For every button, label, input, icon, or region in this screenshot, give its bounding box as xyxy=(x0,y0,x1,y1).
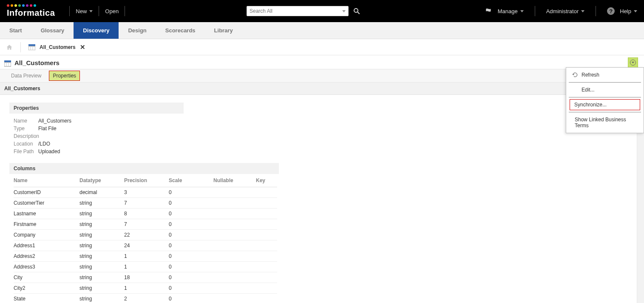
divider xyxy=(569,97,641,97)
cell: decimal xyxy=(79,187,124,198)
cell xyxy=(213,187,256,198)
logo-text: Informatica xyxy=(7,8,55,18)
cell: 0 xyxy=(169,283,213,294)
sub-tabs: Data PreviewProperties xyxy=(0,69,644,83)
table-row[interactable]: Firstnamestring70 xyxy=(14,219,277,230)
table-row[interactable]: Address3string10 xyxy=(14,262,277,272)
search-input[interactable] xyxy=(250,8,342,14)
table-row[interactable]: City2string10 xyxy=(14,283,277,294)
column-header-datatype[interactable]: Datatype xyxy=(79,174,124,187)
cell: string xyxy=(79,251,124,262)
columns-table: NameDatatypePrecisionScaleNullableKey Cu… xyxy=(14,174,277,303)
search-icon[interactable] xyxy=(353,7,360,15)
cell: Firstname xyxy=(14,219,79,230)
cell: string xyxy=(79,272,124,283)
search-scope-caret-icon[interactable] xyxy=(342,10,346,12)
cell xyxy=(256,283,277,294)
nav-tab-scorecards[interactable]: Scorecards xyxy=(156,22,205,39)
cell: 2 xyxy=(124,294,169,303)
cell xyxy=(256,209,277,219)
flag-icon[interactable] xyxy=(485,8,493,14)
logo: Informatica xyxy=(7,4,55,18)
cell xyxy=(213,272,256,283)
properties-table: NameAll_CustomersTypeFlat FileDescriptio… xyxy=(14,117,644,155)
content: Properties NameAll_CustomersTypeFlat Fil… xyxy=(0,95,644,303)
open-button[interactable]: Open xyxy=(105,8,119,14)
cell: 0 xyxy=(169,209,213,219)
svg-point-0 xyxy=(354,9,358,12)
search-box[interactable] xyxy=(247,6,349,16)
synchronize-menu-item[interactable]: Synchronize... xyxy=(570,99,640,110)
table-row[interactable]: Address1string240 xyxy=(14,240,277,251)
svg-line-1 xyxy=(357,12,360,14)
column-header-nullable[interactable]: Nullable xyxy=(213,174,256,187)
cell: 0 xyxy=(169,272,213,283)
table-row[interactable]: Statestring20 xyxy=(14,294,277,303)
cell xyxy=(213,283,256,294)
table-row[interactable]: Citystring180 xyxy=(14,272,277,283)
cell xyxy=(256,198,277,209)
cell: string xyxy=(79,240,124,251)
svg-rect-7 xyxy=(4,63,11,66)
cell: 0 xyxy=(169,219,213,230)
new-menu[interactable]: New xyxy=(76,8,93,14)
cell xyxy=(256,240,277,251)
table-row[interactable]: Address2string10 xyxy=(14,251,277,262)
nav-tab-library[interactable]: Library xyxy=(205,22,242,39)
cell: string xyxy=(79,198,124,209)
svg-rect-6 xyxy=(4,60,11,62)
svg-rect-2 xyxy=(28,44,35,46)
property-value: /LDO xyxy=(38,141,50,147)
cell: string xyxy=(79,262,124,272)
caret-down-icon xyxy=(520,10,524,12)
table-row[interactable]: Lastnamestring80 xyxy=(14,209,277,219)
title-row: All_Customers xyxy=(0,55,644,69)
show-linked-menu-item[interactable]: Show Linked Business Terms xyxy=(566,112,644,133)
nav-tab-glossary[interactable]: Glossary xyxy=(31,22,74,39)
synchronize-label: Synchronize... xyxy=(574,102,607,108)
table-row[interactable]: CustomerIDdecimal30 xyxy=(14,187,277,198)
edit-menu-item[interactable]: Edit... xyxy=(566,83,644,97)
divider xyxy=(596,6,596,16)
cell xyxy=(213,198,256,209)
nav-tab-design[interactable]: Design xyxy=(119,22,156,39)
subtab-data-preview[interactable]: Data Preview xyxy=(8,71,45,80)
cell xyxy=(256,219,277,230)
breadcrumb-title[interactable]: All_Customers xyxy=(40,44,76,50)
column-header-precision[interactable]: Precision xyxy=(124,174,169,187)
close-tab-icon[interactable]: ✕ xyxy=(80,43,85,51)
table-row[interactable]: CustomerTierstring70 xyxy=(14,198,277,209)
user-menu[interactable]: Administrator xyxy=(546,8,585,14)
properties-heading: Properties xyxy=(9,103,184,114)
cell: City2 xyxy=(14,283,79,294)
column-header-key[interactable]: Key xyxy=(256,174,277,187)
svg-rect-3 xyxy=(28,46,35,50)
nav-tab-start[interactable]: Start xyxy=(0,22,31,39)
caret-down-icon xyxy=(581,10,584,12)
cell: 8 xyxy=(124,209,169,219)
manage-menu[interactable]: Manage xyxy=(498,8,524,14)
cell: 24 xyxy=(124,240,169,251)
nav-tab-discovery[interactable]: Discovery xyxy=(74,22,119,39)
help-icon[interactable]: ? xyxy=(607,7,615,15)
cell: State xyxy=(14,294,79,303)
cell: Company xyxy=(14,230,79,240)
help-menu[interactable]: Help xyxy=(620,8,637,14)
cell: 18 xyxy=(124,272,169,283)
column-header-scale[interactable]: Scale xyxy=(169,174,213,187)
manage-label: Manage xyxy=(498,8,518,14)
property-key: Location xyxy=(14,141,38,147)
table-row[interactable]: Companystring220 xyxy=(14,230,277,240)
home-icon[interactable] xyxy=(6,44,13,50)
section-heading: All_Customers xyxy=(0,83,644,95)
cell xyxy=(256,262,277,272)
table-icon xyxy=(4,60,11,66)
cell: 0 xyxy=(169,240,213,251)
subtab-properties[interactable]: Properties xyxy=(49,71,80,81)
cell: CustomerTier xyxy=(14,198,79,209)
column-header-name[interactable]: Name xyxy=(14,174,79,187)
property-value: Uploaded xyxy=(38,149,60,154)
actions-menu-button[interactable] xyxy=(628,57,638,68)
refresh-menu-item[interactable]: Refresh xyxy=(566,68,644,82)
property-row: Location/LDO xyxy=(14,140,644,148)
